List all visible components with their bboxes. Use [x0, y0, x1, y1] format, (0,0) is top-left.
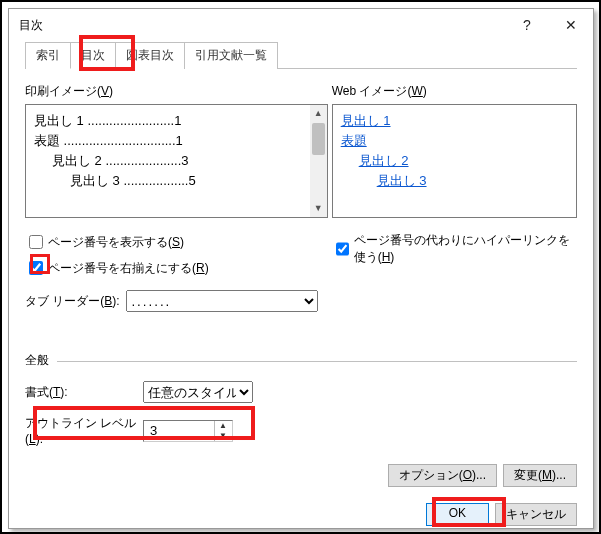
web-preview-link[interactable]: 見出し 3	[377, 171, 568, 191]
tab-citations[interactable]: 引用文献一覧	[184, 42, 278, 69]
outline-level-input[interactable]	[144, 422, 214, 439]
toc-dialog: 目次 ? ✕ 索引 目次 図表目次 引用文献一覧 印刷イメージ(V)	[8, 8, 594, 529]
print-preview: 見出し 1 ........................1表題 ......…	[25, 104, 328, 218]
ok-button[interactable]: OK	[426, 503, 489, 526]
tab-figures[interactable]: 図表目次	[115, 42, 185, 69]
close-button[interactable]: ✕	[549, 9, 593, 41]
cancel-button[interactable]: キャンセル	[495, 503, 577, 526]
style-select[interactable]: 任意のスタイル	[143, 381, 253, 403]
web-preview-label: Web イメージ(W)	[332, 83, 577, 100]
use-hyperlink-label: ページ番号の代わりにハイパーリンクを使う(H)	[354, 232, 577, 266]
modify-button[interactable]: 変更(M)...	[503, 464, 577, 487]
general-header: 全般	[25, 352, 577, 369]
web-preview-link[interactable]: 見出し 1	[341, 111, 568, 131]
dialog-title: 目次	[19, 17, 43, 34]
print-preview-row: 見出し 2 .....................3	[34, 151, 319, 171]
show-page-numbers-checkbox[interactable]	[29, 235, 43, 249]
outline-level-label: アウトライン レベル(L):	[25, 415, 143, 446]
options-button[interactable]: オプション(O)...	[388, 464, 497, 487]
outline-level-spinner[interactable]: ▲ ▼	[143, 420, 233, 442]
tab-leader-label: タブ リーダー(B):	[25, 293, 120, 310]
print-preview-label: 印刷イメージ(V)	[25, 83, 328, 100]
titlebar: 目次 ? ✕	[9, 9, 593, 41]
print-preview-row: 見出し 3 ..................5	[34, 171, 319, 191]
right-align-label: ページ番号を右揃えにする(R)	[48, 260, 209, 277]
right-align-checkbox[interactable]	[29, 261, 43, 275]
help-button[interactable]: ?	[505, 9, 549, 41]
show-page-numbers-label: ページ番号を表示する(S)	[48, 234, 184, 251]
print-preview-row: 表題 ...............................1	[34, 131, 319, 151]
tab-toc[interactable]: 目次	[70, 42, 116, 69]
general-group: 全般 書式(T): 任意のスタイル アウトライン レベル(L):	[25, 352, 577, 446]
tab-leader-select[interactable]: .......	[126, 290, 318, 312]
tabstrip: 索引 目次 図表目次 引用文献一覧	[25, 41, 577, 69]
web-preview-link[interactable]: 表題	[341, 131, 568, 151]
print-preview-row: 見出し 1 ........................1	[34, 111, 319, 131]
use-hyperlink-checkbox[interactable]	[336, 242, 349, 256]
print-preview-scrollbar[interactable]: ▲ ▼	[310, 105, 327, 217]
web-preview-link[interactable]: 見出し 2	[359, 151, 568, 171]
web-preview: 見出し 1表題見出し 2見出し 3	[332, 104, 577, 218]
tab-index[interactable]: 索引	[25, 42, 71, 69]
spinner-up-icon[interactable]: ▲	[214, 421, 231, 431]
spinner-down-icon[interactable]: ▼	[214, 431, 231, 441]
style-label: 書式(T):	[25, 384, 143, 401]
